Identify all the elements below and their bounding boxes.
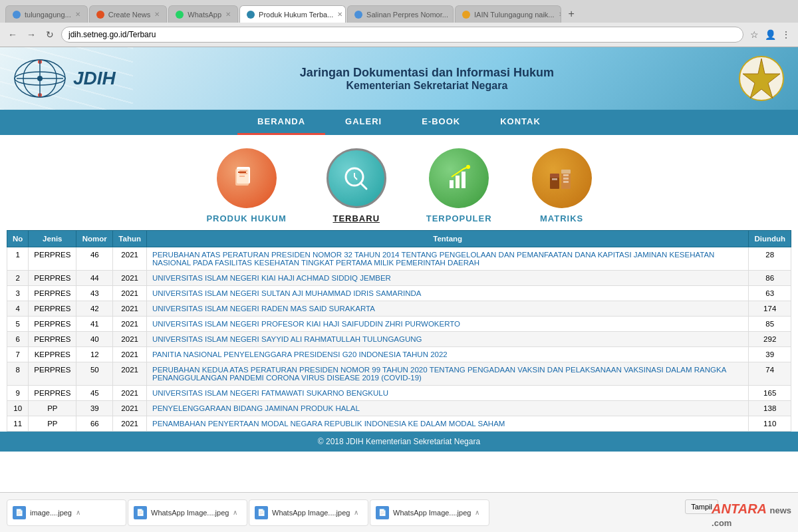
tentang-link[interactable]: PENYELENGGARAAN BIDANG JAMINAN PRODUK HA… bbox=[152, 404, 360, 412]
download-item-name-2: WhatsApp Image....jpeg bbox=[151, 509, 229, 517]
category-matriks[interactable]: MATRIKS bbox=[532, 148, 592, 223]
category-produk-hukum[interactable]: PRODUK HUKUM bbox=[206, 148, 286, 223]
download-item-3[interactable]: 📄 WhatsApp Image....jpeg ∧ bbox=[249, 499, 368, 526]
tab-label: tulungagung... bbox=[25, 11, 71, 19]
tab-close[interactable]: ✕ bbox=[154, 11, 160, 18]
new-tab-button[interactable]: + bbox=[563, 5, 580, 23]
download-item-4[interactable]: 📄 WhatsApp Image....jpeg ∧ bbox=[370, 499, 489, 526]
cell-tentang[interactable]: PERUBAHAN KEDUA ATAS PERATURAN PRESIDEN … bbox=[146, 362, 748, 386]
table-row: 10 PP 39 2021 PENYELENGGARAAN BIDANG JAM… bbox=[7, 401, 791, 416]
download-chevron-4[interactable]: ∧ bbox=[475, 509, 479, 516]
tentang-link[interactable]: PANITIA NASIONAL PENYELENGGARA PRESIDENS… bbox=[152, 350, 448, 358]
cell-diunduh: 63 bbox=[749, 286, 791, 301]
menu-icon[interactable]: ⋮ bbox=[779, 28, 793, 41]
back-button[interactable]: ← bbox=[5, 27, 20, 42]
download-chevron-1[interactable]: ∧ bbox=[76, 509, 80, 516]
cell-tentang[interactable]: UNIVERSITAS ISLAM NEGERI KIAI HAJI ACHMA… bbox=[146, 271, 748, 286]
cell-no: 7 bbox=[7, 347, 29, 362]
garuda-emblem bbox=[738, 55, 785, 102]
svg-rect-27 bbox=[561, 170, 571, 174]
cell-nomor: 50 bbox=[76, 362, 113, 386]
cell-tentang[interactable]: UNIVERSITAS ISLAM NEGERI RADEN MAS SAID … bbox=[146, 301, 748, 317]
tentang-link[interactable]: PERUBAHAN ATAS PERATURAN PRESIDEN NOMOR … bbox=[152, 251, 714, 267]
download-chevron-2[interactable]: ∧ bbox=[233, 509, 237, 516]
address-input[interactable]: jdih.setneg.go.id/Terbaru bbox=[61, 27, 743, 43]
tab-close[interactable]: ✕ bbox=[75, 11, 80, 18]
nav-galeri[interactable]: GALERI bbox=[325, 110, 402, 135]
category-terbaru[interactable]: TERBARU bbox=[327, 148, 386, 223]
download-file-icon-3: 📄 bbox=[255, 506, 268, 519]
tab-create-news[interactable]: Create News ✕ bbox=[89, 5, 168, 23]
cell-nomor: 12 bbox=[76, 347, 113, 362]
tentang-link[interactable]: PERUBAHAN KEDUA ATAS PERATURAN PRESIDEN … bbox=[152, 366, 726, 382]
nav-beranda[interactable]: BERANDA bbox=[237, 110, 325, 135]
tentang-link[interactable]: UNIVERSITAS ISLAM NEGERI SAYYID ALI RAHM… bbox=[152, 335, 422, 343]
cell-tentang[interactable]: UNIVERSITAS ISLAM NEGERI SAYYID ALI RAHM… bbox=[146, 332, 748, 347]
tab-tulungagung[interactable]: tulungagung... ✕ bbox=[5, 5, 88, 23]
tentang-link[interactable]: UNIVERSITAS ISLAM NEGERI PROFESOR KIAI H… bbox=[152, 320, 460, 328]
account-icon[interactable]: 👤 bbox=[763, 28, 777, 41]
tab-whatsapp[interactable]: WhatsApp ✕ bbox=[168, 5, 238, 23]
cell-no: 10 bbox=[7, 401, 29, 416]
tab-favicon bbox=[13, 11, 21, 19]
tentang-link[interactable]: UNIVERSITAS ISLAM NEGERI KIAI HAJI ACHMA… bbox=[152, 274, 391, 282]
cell-jenis: PERPRES bbox=[29, 286, 76, 301]
cell-tentang[interactable]: PANITIA NASIONAL PENYELENGGARA PRESIDENS… bbox=[146, 347, 748, 362]
cell-tahun: 2021 bbox=[113, 347, 147, 362]
cell-tentang[interactable]: PERUBAHAN ATAS PERATURAN PRESIDEN NOMOR … bbox=[146, 247, 748, 271]
logo-text: JDIH bbox=[73, 68, 116, 89]
toolbar-icons: ☆ 👤 ⋮ bbox=[747, 28, 793, 41]
cell-tentang[interactable]: PENYELENGGARAAN BIDANG JAMINAN PRODUK HA… bbox=[146, 401, 748, 416]
tentang-link[interactable]: UNIVERSITAS ISLAM NEGERI SULTAN AJI MUHA… bbox=[152, 289, 421, 297]
tab-produk-hukum[interactable]: Produk Hukum Terba... ✕ bbox=[239, 5, 346, 23]
tab-iain[interactable]: IAIN Tulungagung naik... ✕ bbox=[455, 5, 561, 23]
bookmark-icon[interactable]: ☆ bbox=[747, 28, 761, 41]
col-header-no: No bbox=[7, 231, 29, 247]
cell-diunduh: 292 bbox=[749, 332, 791, 347]
tab-bar: tulungagung... ✕ Create News ✕ WhatsApp … bbox=[0, 0, 798, 23]
table-header-row: No Jenis Nomor Tahun Tentang Diunduh bbox=[7, 231, 791, 247]
cell-nomor: 44 bbox=[76, 271, 113, 286]
tab-close[interactable]: ✕ bbox=[337, 11, 342, 18]
nav-kontak[interactable]: KONTAK bbox=[480, 110, 561, 135]
cell-tentang[interactable]: PENAMBAHAN PENYERTAAN MODAL NEGARA REPUB… bbox=[146, 416, 748, 432]
footer-text: © 2018 JDIH Kementerian Sekretariat Nega… bbox=[318, 437, 480, 446]
cell-jenis: PERPRES bbox=[29, 332, 76, 347]
download-file-icon-4: 📄 bbox=[376, 506, 389, 519]
cell-tentang[interactable]: UNIVERSITAS ISLAM NEGERI PROFESOR KIAI H… bbox=[146, 317, 748, 332]
tentang-link[interactable]: UNIVERSITAS ISLAM NEGERI RADEN MAS SAID … bbox=[152, 305, 375, 313]
cell-jenis: PERPRES bbox=[29, 301, 76, 317]
cell-diunduh: 86 bbox=[749, 271, 791, 286]
cell-tentang[interactable]: UNIVERSITAS ISLAM NEGERI SULTAN AJI MUHA… bbox=[146, 286, 748, 301]
svg-line-17 bbox=[360, 183, 366, 189]
site-header: JDIH Jaringan Dokumentasi dan Informasi … bbox=[0, 47, 798, 110]
tentang-link[interactable]: UNIVERSITAS ISLAM NEGERI FATMAWATI SUKAR… bbox=[152, 389, 388, 397]
tab-close[interactable]: ✕ bbox=[225, 11, 231, 18]
category-terpopuler[interactable]: TERPOPULER bbox=[426, 148, 492, 223]
cell-no: 3 bbox=[7, 286, 29, 301]
cell-tentang[interactable]: UNIVERSITAS ISLAM NEGERI FATMAWATI SUKAR… bbox=[146, 386, 748, 401]
download-chevron-3[interactable]: ∧ bbox=[354, 509, 358, 516]
cell-jenis: PERPRES bbox=[29, 271, 76, 286]
nav-ebook[interactable]: E-BOOK bbox=[402, 110, 480, 135]
download-item-2[interactable]: 📄 WhatsApp Image....jpeg ∧ bbox=[128, 499, 247, 526]
cell-diunduh: 165 bbox=[749, 386, 791, 401]
col-header-jenis: Jenis bbox=[29, 231, 76, 247]
download-item-1[interactable]: 📄 image....jpeg ∧ bbox=[7, 499, 126, 526]
tab-close[interactable]: ✕ bbox=[452, 11, 454, 18]
tab-close[interactable]: ✕ bbox=[559, 11, 562, 18]
cell-nomor: 45 bbox=[76, 386, 113, 401]
browser-chrome: tulungagung... ✕ Create News ✕ WhatsApp … bbox=[0, 0, 798, 47]
jdih-logo-graphic bbox=[13, 59, 66, 98]
cell-diunduh: 85 bbox=[749, 317, 791, 332]
tentang-link[interactable]: PENAMBAHAN PENYERTAAN MODAL NEGARA REPUB… bbox=[152, 420, 505, 428]
cell-tahun: 2021 bbox=[113, 332, 147, 347]
reload-button[interactable]: ↻ bbox=[43, 27, 57, 42]
forward-button[interactable]: → bbox=[24, 27, 39, 42]
tab-salinan-perpres[interactable]: Salinan Perpres Nomor... ✕ bbox=[347, 5, 454, 23]
cell-tahun: 2021 bbox=[113, 416, 147, 432]
cell-jenis: PP bbox=[29, 401, 76, 416]
cell-no: 1 bbox=[7, 247, 29, 271]
category-icon-produk-hukum bbox=[217, 148, 277, 208]
col-header-nomor: Nomor bbox=[76, 231, 113, 247]
